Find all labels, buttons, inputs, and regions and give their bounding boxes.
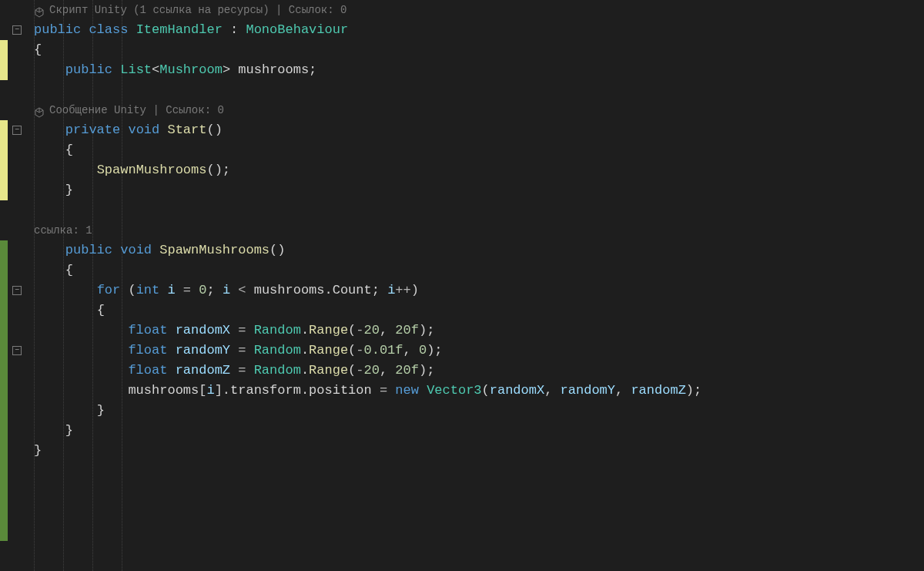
code-line[interactable]: {	[34, 40, 924, 60]
change-markers	[0, 0, 8, 571]
cube-icon	[34, 5, 45, 15]
code-line[interactable]: {	[34, 301, 924, 321]
code-line[interactable]: }	[34, 180, 924, 200]
code-line[interactable]	[34, 80, 924, 100]
code-line[interactable]: float randomX = Random.Range(-20, 20f);	[34, 321, 924, 341]
code-line[interactable]	[34, 200, 924, 220]
codelens-start[interactable]: Сообщение Unity | Ссылок: 0	[34, 100, 924, 120]
fold-toggle[interactable]: −	[12, 126, 22, 135]
code-line[interactable]: for (int i = 0; i < mushrooms.Count; i++…	[34, 280, 924, 301]
code-line[interactable]: float randomY = Random.Range(-0.01f, 0);	[34, 341, 924, 361]
fold-toggle[interactable]: −	[12, 346, 22, 355]
code-line[interactable]: public List<Mushroom> mushrooms;	[34, 60, 924, 80]
code-line[interactable]: {	[34, 140, 924, 160]
code-line[interactable]: public void SpawnMushrooms()	[34, 240, 924, 260]
code-line[interactable]: SpawnMushrooms();	[34, 160, 924, 180]
code-line[interactable]: public class ItemHandler : MonoBehaviour	[34, 20, 924, 40]
code-line[interactable]: float randomZ = Random.Range(-20, 20f);	[34, 361, 924, 381]
cube-icon	[34, 105, 45, 116]
code-line[interactable]: private void Start()	[34, 120, 924, 140]
code-area[interactable]: Скрипт Unity (1 ссылка на ресурсы) | Ссы…	[31, 0, 924, 571]
fold-toggle[interactable]: −	[12, 286, 22, 295]
code-line[interactable]: }	[34, 441, 924, 461]
fold-gutter: − − − −	[8, 0, 31, 571]
code-line[interactable]: }	[34, 421, 924, 441]
code-line[interactable]: mushrooms[i].transform.position = new Ve…	[34, 381, 924, 401]
codelens-class[interactable]: Скрипт Unity (1 ссылка на ресурсы) | Ссы…	[34, 0, 924, 20]
code-line[interactable]: }	[34, 401, 924, 421]
code-editor: − − − − Скрипт Unity (1 ссылка на ресурс…	[0, 0, 924, 571]
code-line[interactable]: {	[34, 260, 924, 280]
codelens-spawn[interactable]: ссылка: 1	[34, 220, 924, 240]
fold-toggle[interactable]: −	[12, 25, 22, 35]
